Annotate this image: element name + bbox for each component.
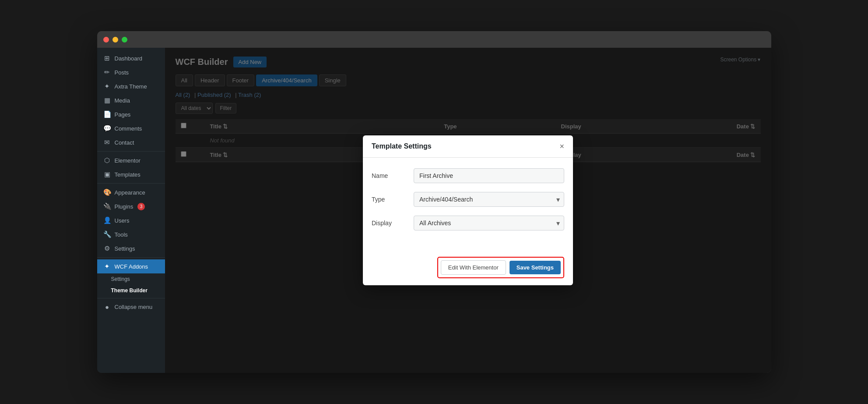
- sidebar-item-settings[interactable]: ⚙ Settings: [97, 241, 165, 255]
- sidebar-divider2: [97, 183, 165, 184]
- minimize-button[interactable]: [112, 37, 118, 43]
- templates-icon: ▣: [103, 170, 111, 178]
- pages-icon: 📄: [103, 110, 111, 118]
- sidebar-item-media[interactable]: ▦ Media: [97, 93, 165, 107]
- type-select[interactable]: Archive/404/Search Header Footer Single: [414, 192, 564, 207]
- sidebar-label-appearance: Appearance: [115, 189, 145, 196]
- sidebar-label-axtra: Axtra Theme: [115, 83, 147, 90]
- sidebar-sub-item-settings[interactable]: Settings: [97, 273, 165, 285]
- display-select-wrapper: All Archives Category Tag Author Date Se…: [414, 216, 564, 230]
- settings-icon: ⚙: [103, 245, 111, 252]
- name-field-row: Name: [372, 168, 564, 183]
- modal-footer: Edit With Elementor Save Settings: [363, 250, 573, 285]
- axtra-icon: ✦: [103, 82, 111, 90]
- plugins-icon: 🔌: [103, 202, 111, 210]
- sidebar-divider3: [97, 257, 165, 258]
- maximize-button[interactable]: [122, 37, 127, 43]
- sidebar-divider4: [97, 298, 165, 298]
- sidebar-item-appearance[interactable]: 🎨 Appearance: [97, 185, 165, 199]
- contact-icon: ✉: [103, 138, 111, 146]
- media-icon: ▦: [103, 96, 111, 104]
- modal-overlay: Template Settings × Name Type: [165, 48, 771, 373]
- sidebar-label-plugins: Plugins: [115, 203, 134, 210]
- posts-icon: ✏: [103, 68, 111, 76]
- name-label: Name: [372, 172, 407, 179]
- sidebar-sub-label-theme-builder: Theme Builder: [111, 287, 148, 294]
- close-button[interactable]: [103, 37, 109, 43]
- name-input[interactable]: [414, 168, 564, 183]
- sidebar-sub-label-settings: Settings: [111, 276, 130, 282]
- sidebar-label-contact: Contact: [115, 139, 134, 146]
- sidebar-item-plugins[interactable]: 🔌 Plugins 3: [97, 199, 165, 213]
- display-label: Display: [372, 220, 407, 227]
- sidebar-label-pages: Pages: [115, 111, 131, 118]
- sidebar-item-pages[interactable]: 📄 Pages: [97, 107, 165, 121]
- sidebar-item-collapse[interactable]: ● Collapse menu: [97, 300, 165, 314]
- type-field-row: Type Archive/404/Search Header Footer Si…: [372, 192, 564, 207]
- collapse-icon: ●: [103, 303, 111, 311]
- plugins-badge: 3: [137, 203, 145, 210]
- sidebar-item-contact[interactable]: ✉ Contact: [97, 135, 165, 149]
- modal-body: Name Type Archive/404/Search Header Foot…: [363, 158, 573, 250]
- sidebar-item-users[interactable]: 👤 Users: [97, 213, 165, 227]
- sidebar-item-tools[interactable]: 🔧 Tools: [97, 227, 165, 241]
- sidebar-label-settings: Settings: [115, 245, 135, 252]
- sidebar-item-posts[interactable]: ✏ Posts: [97, 65, 165, 79]
- modal-header: Template Settings ×: [363, 135, 573, 158]
- sidebar-label-media: Media: [115, 97, 130, 104]
- sidebar-label-posts: Posts: [115, 69, 129, 76]
- browser-window: ⊞ Dashboard ✏ Posts ✦ Axtra Theme ▦ Medi…: [97, 31, 771, 373]
- comments-icon: 💬: [103, 124, 111, 132]
- type-label: Type: [372, 196, 407, 203]
- sidebar-label-users: Users: [115, 217, 130, 224]
- sidebar-item-wcf-addons[interactable]: ✦ WCF Addons: [97, 259, 165, 273]
- display-select[interactable]: All Archives Category Tag Author Date Se…: [414, 216, 564, 230]
- sidebar-item-templates[interactable]: ▣ Templates: [97, 167, 165, 181]
- main-content: WCF Builder Add New Screen Options ▾ All…: [165, 48, 771, 373]
- edit-with-elementor-button[interactable]: Edit With Elementor: [441, 260, 506, 275]
- sidebar-item-dashboard[interactable]: ⊞ Dashboard: [97, 51, 165, 65]
- dashboard-icon: ⊞: [103, 54, 111, 62]
- sidebar: ⊞ Dashboard ✏ Posts ✦ Axtra Theme ▦ Medi…: [97, 48, 165, 373]
- modal-close-button[interactable]: ×: [559, 142, 564, 150]
- sidebar-sub-item-theme-builder[interactable]: Theme Builder: [97, 285, 165, 296]
- tools-icon: 🔧: [103, 230, 111, 238]
- sidebar-label-comments: Comments: [115, 125, 142, 132]
- sidebar-label-dashboard: Dashboard: [115, 55, 143, 62]
- sidebar-divider: [97, 151, 165, 152]
- sidebar-label-elementor: Elementor: [115, 157, 141, 164]
- sidebar-item-axtra-theme[interactable]: ✦ Axtra Theme: [97, 79, 165, 93]
- type-select-wrapper: Archive/404/Search Header Footer Single …: [414, 192, 564, 207]
- save-settings-button[interactable]: Save Settings: [510, 261, 561, 274]
- sidebar-label-tools: Tools: [115, 231, 128, 238]
- sidebar-collapse-label: Collapse menu: [115, 304, 153, 310]
- sidebar-label-templates: Templates: [115, 171, 141, 178]
- sidebar-label-wcf: WCF Addons: [115, 263, 148, 270]
- appearance-icon: 🎨: [103, 188, 111, 196]
- sidebar-item-comments[interactable]: 💬 Comments: [97, 121, 165, 135]
- users-icon: 👤: [103, 216, 111, 224]
- sidebar-item-elementor[interactable]: ⬡ Elementor: [97, 153, 165, 167]
- modal-title: Template Settings: [372, 142, 432, 150]
- template-settings-modal: Template Settings × Name Type: [363, 135, 573, 285]
- browser-content: ⊞ Dashboard ✏ Posts ✦ Axtra Theme ▦ Medi…: [97, 48, 771, 373]
- elementor-icon: ⬡: [103, 156, 111, 164]
- footer-highlight-box: Edit With Elementor Save Settings: [437, 257, 564, 278]
- titlebar: [97, 31, 771, 48]
- display-field-row: Display All Archives Category Tag Author…: [372, 216, 564, 230]
- wcf-icon: ✦: [103, 262, 111, 270]
